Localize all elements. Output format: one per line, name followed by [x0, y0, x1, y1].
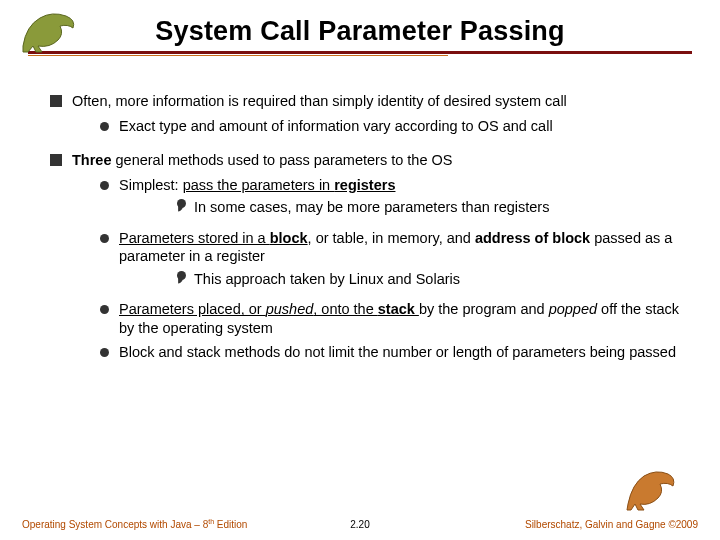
text-underline: , onto the — [313, 301, 378, 317]
list-item: ◗ This approach taken by Linux and Solar… — [177, 270, 682, 289]
text-underline-bold: registers — [334, 177, 395, 193]
text-underline-bold: block — [270, 230, 308, 246]
list-text: Parameters placed, or pushed, onto the s… — [119, 300, 682, 337]
text: , or table, in memory, and — [308, 230, 475, 246]
text: Often, more information is required than… — [72, 93, 567, 109]
text-italic: popped — [549, 301, 597, 317]
list-text: In some cases, may be more parameters th… — [194, 198, 682, 217]
text: general methods used to pass parameters … — [112, 152, 453, 168]
arrow-bullet-icon: ◗ — [177, 199, 186, 208]
list-item: Parameters stored in a block, or table, … — [100, 229, 682, 295]
list-text: This approach taken by Linux and Solaris — [194, 270, 682, 289]
list-item: Often, more information is required than… — [50, 92, 682, 141]
slide-number: 2.20 — [350, 519, 369, 530]
slide-title: System Call Parameter Passing — [28, 10, 692, 47]
dinosaur-logo-small-icon — [624, 466, 680, 512]
text: Edition — [214, 519, 247, 530]
list-text: Often, more information is required than… — [72, 92, 682, 141]
disc-bullet-icon — [100, 122, 109, 131]
square-bullet-icon — [50, 154, 62, 166]
list-text: Exact type and amount of information var… — [119, 117, 682, 136]
list-item: Exact type and amount of information var… — [100, 117, 682, 136]
slide-footer: Operating System Concepts with Java – 8t… — [0, 518, 720, 530]
text-underline: Parameters stored in a — [119, 230, 270, 246]
list-text: Simplest: pass the parameters in registe… — [119, 176, 682, 223]
slide: System Call Parameter Passing Often, mor… — [0, 0, 720, 540]
text-underline-bold: stack — [378, 301, 419, 317]
footer-left: Operating System Concepts with Java – 8t… — [22, 518, 247, 530]
list-item: Block and stack methods do not limit the… — [100, 343, 682, 362]
list-item: Parameters placed, or pushed, onto the s… — [100, 300, 682, 337]
title-rule — [28, 51, 692, 56]
text: Operating System Concepts with Java – 8 — [22, 519, 208, 530]
text: by the program and — [419, 301, 549, 317]
disc-bullet-icon — [100, 234, 109, 243]
list-text: Parameters stored in a block, or table, … — [119, 229, 682, 295]
list-text: Three general methods used to pass param… — [72, 151, 682, 368]
list-item: Three general methods used to pass param… — [50, 151, 682, 368]
list-item: ◗ In some cases, may be more parameters … — [177, 198, 682, 217]
slide-header: System Call Parameter Passing — [28, 10, 692, 70]
text-underline: pass the parameters in — [183, 177, 335, 193]
list-text: Block and stack methods do not limit the… — [119, 343, 682, 362]
text-bold: address of block — [475, 230, 590, 246]
text-bold: Three — [72, 152, 112, 168]
dinosaur-logo-icon — [18, 6, 88, 54]
footer-right: Silberschatz, Galvin and Gagne ©2009 — [525, 519, 698, 530]
disc-bullet-icon — [100, 348, 109, 357]
text: Simplest: — [119, 177, 183, 193]
disc-bullet-icon — [100, 181, 109, 190]
slide-content: Often, more information is required than… — [28, 70, 692, 368]
disc-bullet-icon — [100, 305, 109, 314]
list-item: Simplest: pass the parameters in registe… — [100, 176, 682, 223]
arrow-bullet-icon: ◗ — [177, 271, 186, 280]
text-underline: Parameters placed, or — [119, 301, 266, 317]
text-underline-italic: pushed — [266, 301, 314, 317]
square-bullet-icon — [50, 95, 62, 107]
